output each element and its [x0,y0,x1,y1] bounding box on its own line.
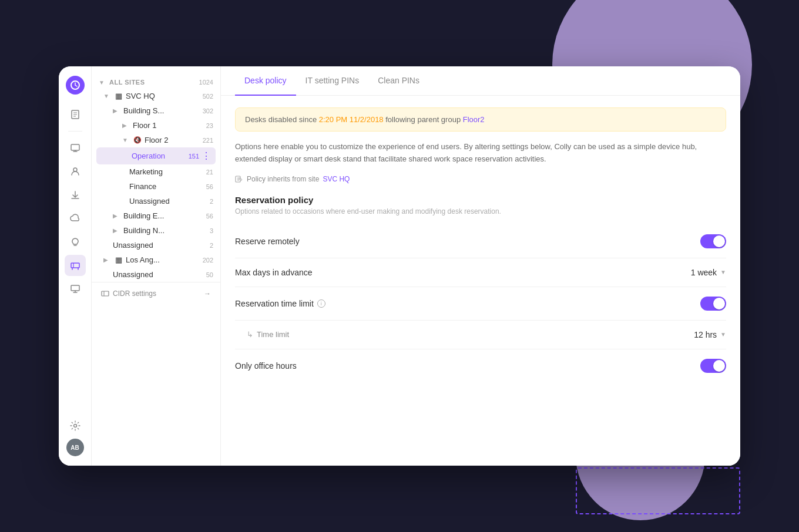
floor2-arrow: ▼ [122,137,130,143]
los-ang-count: 202 [203,257,213,264]
svg-point-16 [73,425,76,427]
policy-row-office-hours: Only office hours [235,349,726,382]
tree-item-finance[interactable]: Finance 56 [92,179,220,194]
main-content: Desk policy IT setting PINs Clean PINs D… [221,66,740,466]
nav-icon-book[interactable] [65,104,86,125]
floor1-label: Floor 1 [133,121,204,130]
tree-item-all-sites[interactable]: ▼ ALL SITES 1024 [92,76,220,89]
policy-inherits-prefix: Policy inherits from site [247,175,319,183]
app-window: AB ▼ ALL SITES 1024 ▼ ▦ SVC HQ 502 ▶ Bui… [59,66,740,466]
tree-item-unassigned-floor2[interactable]: Unassigned 2 [92,194,220,208]
nav-icon-device[interactable] [65,137,86,159]
time-limit-dropdown-value: 12 hrs ▼ [694,330,726,339]
policy-row-reserve-remotely: Reserve remotely [235,225,726,258]
tab-it-setting-pins[interactable]: IT setting PINs [296,66,369,96]
tree-item-los-angeles[interactable]: ▶ ▦ Los Ang... 202 [92,252,220,267]
tree-item-unassigned-la[interactable]: Unassigned 50 [92,267,220,282]
reservation-policy-title: Reservation policy [235,195,726,205]
svg-rect-17 [102,291,109,296]
settings-icon[interactable] [65,415,86,436]
floor2-icon: 🔇 [133,136,142,144]
tree-item-svc-hq[interactable]: ▼ ▦ SVC HQ 502 [92,89,220,103]
cidr-icon [101,289,109,298]
svc-hq-arrow: ▼ [103,93,112,99]
time-limit-value [700,297,726,311]
time-limit-value-label: ↳ Time limit [235,330,694,339]
svc-hq-label: SVC HQ [126,92,200,100]
tab-clean-pins[interactable]: Clean PINs [368,66,429,96]
unassigned-svc-label: Unassigned [113,241,207,250]
policy-icon [235,175,243,183]
time-limit-caret: ▼ [720,331,726,338]
building-e-arrow: ▶ [113,213,121,219]
nav-icon-monitor[interactable] [65,278,86,299]
svg-rect-15 [71,285,79,291]
svc-hq-count: 502 [203,93,213,100]
finance-label: Finance [129,182,204,191]
user-avatar[interactable]: AB [66,439,84,456]
alert-banner: Desks disabled since 2:20 PM 11/2/2018 f… [235,107,726,132]
tree-item-building-n[interactable]: ▶ Building N... 3 [92,223,220,238]
building-n-arrow: ▶ [113,227,121,234]
los-ang-icon: ▦ [114,255,123,264]
time-limit-dropdown[interactable]: 12 hrs ▼ [694,330,726,339]
alert-prefix: Desks disabled since [245,115,319,124]
all-sites-label: ALL SITES [109,79,197,86]
bg-dashed-rect [576,467,740,514]
all-sites-count: 1024 [199,79,213,86]
nav-icon-cloud[interactable] [65,208,86,229]
tabs-bar: Desk policy IT setting PINs Clean PINs [221,66,740,96]
marketing-label: Marketing [129,167,204,176]
nav-icon-download[interactable] [65,184,86,206]
finance-count: 56 [206,183,213,190]
svg-rect-11 [71,263,79,268]
logo[interactable] [66,76,85,95]
reservation-policy-desc: Options related to occasions where end-u… [235,207,726,216]
building-s-arrow: ▶ [113,107,121,114]
operation-label: Operation [132,151,186,160]
tree-item-marketing[interactable]: Marketing 21 [92,164,220,179]
building-n-count: 3 [210,227,213,234]
indent-arrow: ↳ [247,330,253,339]
floor1-count: 23 [206,122,213,129]
alert-group: Floor2 [463,115,485,124]
description-text: Options here enable you to customize the… [235,141,726,166]
marketing-count: 21 [206,169,213,176]
los-ang-arrow: ▶ [103,257,112,263]
cidr-arrow-right: → [204,289,211,298]
building-s-count: 302 [203,107,213,115]
reserve-remotely-toggle[interactable] [700,234,726,248]
time-limit-toggle[interactable] [700,297,726,311]
operation-count: 151 [189,153,199,160]
operation-more-icon[interactable]: ⋮ [202,150,211,161]
floor1-arrow: ▶ [122,122,130,129]
nav-icon-person[interactable] [65,161,86,182]
alert-middle: following parent group [384,115,463,124]
tree-item-operation[interactable]: Operation 151 ⋮ [96,147,216,164]
floor2-count: 221 [203,137,213,144]
tree-item-floor1[interactable]: ▶ Floor 1 23 [92,118,220,133]
tree-item-building-e[interactable]: ▶ Building E... 56 [92,208,220,223]
tab-desk-policy[interactable]: Desk policy [235,66,296,96]
building-e-label: Building E... [123,211,204,220]
tree-item-floor2[interactable]: ▼ 🔇 Floor 2 221 [92,133,220,147]
tree-item-unassigned-svc[interactable]: Unassigned 2 [92,238,220,252]
cidr-settings-bar[interactable]: CIDR settings → [92,282,220,305]
policy-inherits-site[interactable]: SVC HQ [323,175,350,183]
unassigned-floor2-label: Unassigned [129,197,207,206]
office-hours-label: Only office hours [235,361,700,371]
svc-hq-icon: ▦ [114,92,123,100]
unassigned-la-label: Unassigned [113,270,204,279]
max-days-value: 1 week ▼ [691,268,726,277]
office-hours-toggle[interactable] [700,359,726,373]
unassigned-floor2-count: 2 [210,198,213,205]
max-days-dropdown[interactable]: 1 week ▼ [691,268,726,277]
nav-icon-bulb[interactable] [65,231,86,252]
policy-row-max-days: Max days in advance 1 week ▼ [235,258,726,287]
divider-1 [68,131,82,132]
nav-icon-desk[interactable] [65,255,86,276]
floor2-label: Floor 2 [145,136,200,144]
building-s-label: Building S... [123,106,200,115]
time-limit-info-icon[interactable]: i [317,299,325,308]
tree-item-building-s[interactable]: ▶ Building S... 302 [92,103,220,118]
